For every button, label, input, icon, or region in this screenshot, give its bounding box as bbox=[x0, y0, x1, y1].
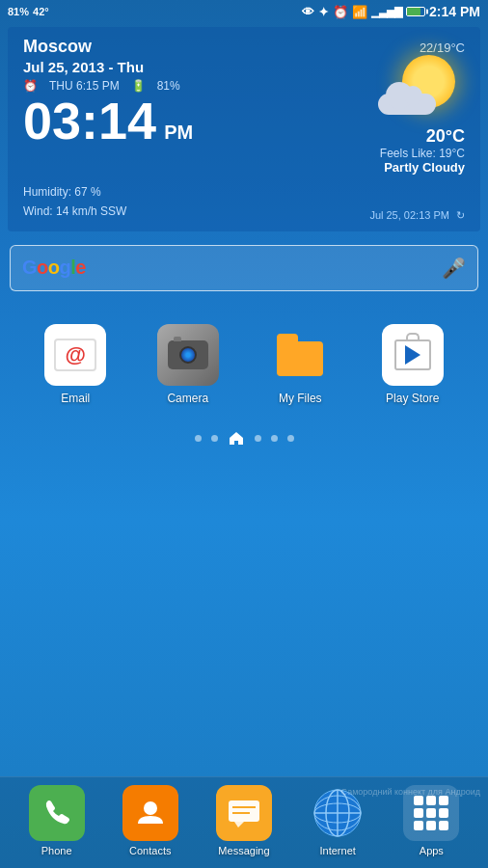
signal-bars-icon: ▁▃▅▇ bbox=[371, 6, 402, 18]
weather-date: Jul 25, 2013 - Thu bbox=[23, 59, 193, 75]
page-dots bbox=[0, 415, 488, 459]
home-dot[interactable] bbox=[228, 430, 245, 448]
camera-icon bbox=[157, 324, 219, 386]
page-dot-1[interactable] bbox=[195, 435, 202, 442]
messaging-icon bbox=[216, 785, 272, 841]
myfiles-label: My Files bbox=[279, 392, 322, 405]
page-dot-6[interactable] bbox=[287, 435, 294, 442]
clock-status: 2:14 PM bbox=[429, 4, 480, 19]
weather-right: 22/19°C 20°C Feels Like: 19°C Partly Clo… bbox=[378, 41, 465, 175]
weather-details: Humidity: 67 % Wind: 14 km/h SSW bbox=[23, 182, 126, 222]
mic-icon[interactable]: 🎤 bbox=[442, 257, 466, 280]
clock-row: 03:14 PM bbox=[23, 95, 193, 147]
camera-label: Camera bbox=[167, 392, 208, 405]
weather-icon bbox=[378, 55, 465, 122]
svg-point-1 bbox=[144, 801, 157, 815]
app-camera[interactable]: Camera bbox=[157, 324, 219, 405]
email-icon: @ bbox=[44, 324, 106, 386]
weather-update: Jul 25, 02:13 PM ↻ bbox=[369, 209, 465, 222]
contacts-icon bbox=[122, 785, 178, 841]
humidity: Humidity: 67 % bbox=[23, 182, 126, 202]
battery-icon bbox=[406, 7, 425, 16]
feels-like: Feels Like: 19°C bbox=[378, 147, 465, 160]
clock-ampm: PM bbox=[164, 122, 193, 144]
dock-contacts[interactable]: Contacts bbox=[122, 785, 178, 856]
status-right: 👁 ✦ ⏰ 📶 ▁▃▅▇ 2:14 PM bbox=[302, 4, 480, 19]
weather-widget: Moscow Jul 25, 2013 - Thu ⏰ THU 6:15 PM … bbox=[8, 27, 480, 231]
temp-range: 22/19°C bbox=[420, 41, 465, 55]
battery-percent: 81% bbox=[8, 6, 29, 17]
eye-icon: 👁 bbox=[302, 5, 314, 19]
phone-icon bbox=[29, 785, 85, 841]
bluetooth-icon: ✦ bbox=[318, 5, 329, 19]
temp-main: 20°C bbox=[378, 126, 465, 147]
temperature-display: 42° bbox=[33, 6, 49, 17]
dock-phone[interactable]: Phone bbox=[29, 785, 85, 856]
status-bar: 81% 42° 👁 ✦ ⏰ 📶 ▁▃▅▇ 2:14 PM bbox=[0, 0, 488, 23]
page-dot-4[interactable] bbox=[255, 435, 261, 442]
weather-condition: Partly Cloudy bbox=[378, 160, 465, 175]
phone-label: Phone bbox=[41, 845, 72, 856]
battery-icon-weather: 🔋 bbox=[131, 79, 146, 93]
apps-label: Apps bbox=[420, 845, 444, 856]
clock-time: 03:14 bbox=[23, 95, 156, 147]
wind: Wind: 14 km/h SSW bbox=[23, 202, 126, 221]
page-dot-5[interactable] bbox=[271, 435, 278, 442]
search-bar[interactable]: Google 🎤 bbox=[10, 245, 478, 291]
weather-alarm-battery: ⏰ THU 6:15 PM 🔋 81% bbox=[23, 79, 193, 93]
google-logo: Google bbox=[22, 257, 86, 279]
alarm-time-icon: ⏰ bbox=[23, 79, 38, 93]
weather-city: Moscow bbox=[23, 37, 193, 57]
alarm-icon: ⏰ bbox=[333, 5, 348, 19]
app-myfiles[interactable]: My Files bbox=[269, 324, 331, 405]
wifi-icon: 📶 bbox=[352, 5, 367, 19]
playstore-label: Play Store bbox=[386, 392, 439, 405]
internet-label: Internet bbox=[320, 845, 356, 856]
files-icon bbox=[269, 324, 331, 386]
weather-left: Moscow Jul 25, 2013 - Thu ⏰ THU 6:15 PM … bbox=[23, 37, 193, 147]
alarm-time: THU 6:15 PM bbox=[49, 79, 120, 93]
messaging-label: Messaging bbox=[218, 845, 269, 856]
weather-top: Moscow Jul 25, 2013 - Thu ⏰ THU 6:15 PM … bbox=[23, 37, 465, 175]
cloud-icon bbox=[378, 94, 436, 115]
email-label: Email bbox=[61, 392, 90, 405]
contacts-label: Contacts bbox=[129, 845, 171, 856]
watermark: Самородний коннект для Андроид bbox=[341, 787, 480, 799]
app-grid: @ Email Camera My Files bbox=[0, 305, 488, 415]
app-email[interactable]: @ Email bbox=[44, 324, 106, 405]
dock-messaging[interactable]: Messaging bbox=[216, 785, 272, 856]
page-dot-2[interactable] bbox=[211, 435, 218, 442]
svg-marker-3 bbox=[234, 822, 244, 827]
status-left: 81% 42° bbox=[8, 6, 49, 17]
battery-pct-weather: 81% bbox=[157, 79, 180, 93]
playstore-icon bbox=[382, 324, 444, 386]
svg-rect-2 bbox=[229, 800, 259, 822]
svg-marker-0 bbox=[405, 345, 420, 365]
app-playstore[interactable]: Play Store bbox=[382, 324, 444, 405]
update-time: Jul 25, 02:13 PM bbox=[369, 209, 449, 221]
weather-bottom: Humidity: 67 % Wind: 14 km/h SSW Jul 25,… bbox=[23, 182, 465, 222]
refresh-icon[interactable]: ↻ bbox=[456, 209, 465, 221]
